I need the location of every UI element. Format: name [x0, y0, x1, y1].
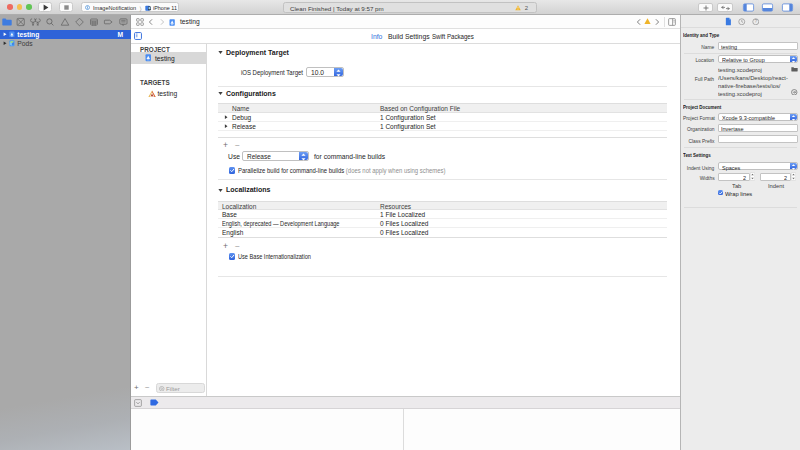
svg-text:?: ? — [754, 19, 757, 24]
